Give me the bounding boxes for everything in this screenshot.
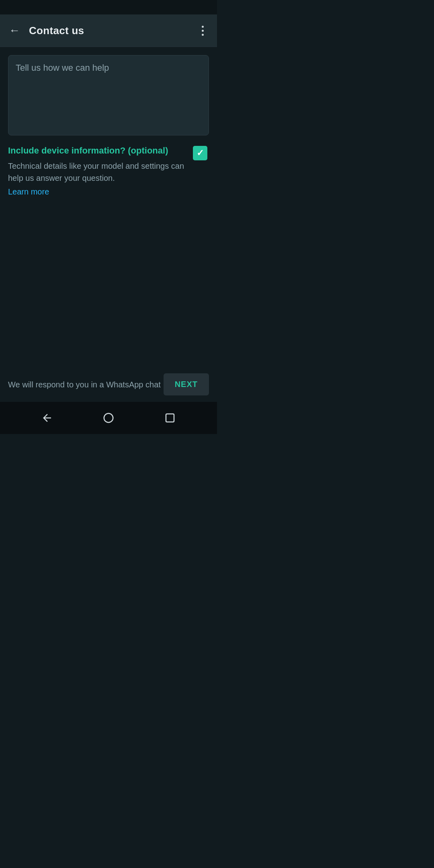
checkmark-icon: ✓ bbox=[197, 149, 204, 158]
device-info-text: Include device information? (optional) T… bbox=[8, 145, 185, 197]
back-button[interactable]: ← bbox=[6, 23, 23, 39]
device-info-checkbox-container: ✓ bbox=[191, 145, 209, 163]
status-bar bbox=[0, 0, 217, 14]
device-info-checkbox[interactable]: ✓ bbox=[193, 146, 207, 160]
respond-text: We will respond to you in a WhatsApp cha… bbox=[8, 379, 164, 390]
next-button[interactable]: NEXT bbox=[164, 373, 209, 395]
svg-rect-1 bbox=[166, 414, 174, 422]
back-arrow-icon: ← bbox=[9, 25, 20, 36]
device-info-section: Include device information? (optional) T… bbox=[8, 145, 209, 197]
nav-home-button[interactable] bbox=[102, 412, 115, 424]
three-dots-icon bbox=[202, 26, 204, 36]
learn-more-link[interactable]: Learn more bbox=[8, 187, 185, 197]
device-info-description: Technical details like your model and se… bbox=[8, 160, 185, 184]
help-textarea[interactable] bbox=[8, 55, 209, 135]
page-title: Contact us bbox=[29, 25, 188, 37]
svg-point-0 bbox=[104, 414, 113, 423]
main-content: Include device information? (optional) T… bbox=[0, 47, 217, 365]
app-bar: ← Contact us bbox=[0, 14, 217, 47]
nav-recent-button[interactable] bbox=[164, 412, 176, 424]
nav-bar bbox=[0, 402, 217, 434]
nav-back-button[interactable] bbox=[41, 412, 53, 424]
device-info-title: Include device information? (optional) bbox=[8, 145, 185, 157]
menu-button[interactable] bbox=[194, 23, 211, 39]
bottom-area: We will respond to you in a WhatsApp cha… bbox=[0, 365, 217, 402]
